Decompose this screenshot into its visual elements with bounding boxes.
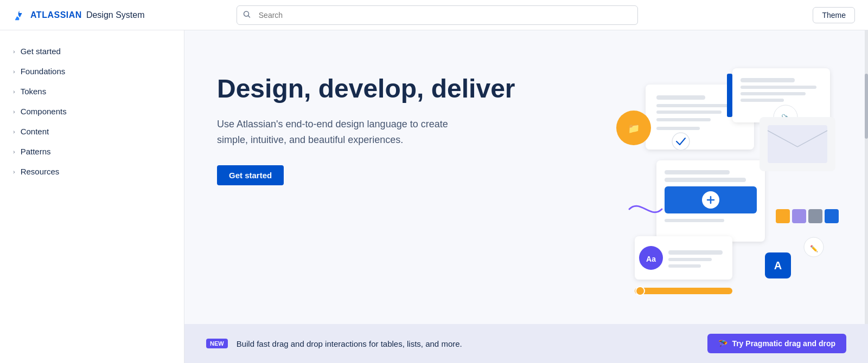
new-badge: NEW <box>206 339 228 348</box>
svg-rect-2 <box>656 95 705 100</box>
body-wrap: › Get started › Foundations › Tokens › C… <box>0 30 868 363</box>
sidebar-item-label-foundations: Foundations <box>21 67 66 76</box>
atlassian-logo-text: ATLASSIAN <box>30 10 82 20</box>
try-button-label: Try Pragmatic drag and drop <box>732 339 835 348</box>
svg-rect-27 <box>825 209 839 223</box>
sidebar-item-foundations[interactable]: › Foundations <box>0 61 184 81</box>
svg-rect-19 <box>665 170 730 174</box>
svg-rect-38 <box>635 288 732 294</box>
svg-rect-24 <box>776 209 790 223</box>
hero-title: Design, develop, deliver <box>217 74 532 103</box>
sidebar-item-label-get-started: Get started <box>21 47 61 56</box>
theme-button[interactable]: Theme <box>813 7 855 23</box>
svg-text:✏️: ✏️ <box>810 244 818 252</box>
illustration-svg: 📁 📎 <box>575 52 846 301</box>
svg-rect-12 <box>727 74 732 117</box>
sidebar-item-patterns[interactable]: › Patterns <box>0 141 184 161</box>
sidebar-item-components[interactable]: › Components <box>0 101 184 121</box>
chevron-icon-tokens: › <box>13 88 15 95</box>
search-input[interactable] <box>237 5 638 25</box>
design-system-subtitle: Design System <box>86 10 145 20</box>
svg-rect-6 <box>656 127 700 130</box>
header: ATLASSIAN Design System Theme <box>0 0 868 30</box>
svg-text:Aa: Aa <box>646 255 656 263</box>
banner-text: Build fast drag and drop interactions fo… <box>237 339 699 348</box>
svg-text:📁: 📁 <box>628 122 640 134</box>
sidebar-item-label-tokens: Tokens <box>21 87 47 96</box>
svg-rect-4 <box>656 111 722 114</box>
sidebar: › Get started › Foundations › Tokens › C… <box>0 30 184 363</box>
atlassian-logo-icon <box>13 9 26 22</box>
chevron-icon-content: › <box>13 128 15 135</box>
sidebar-item-resources[interactable]: › Resources <box>0 161 184 182</box>
search-bar <box>237 5 638 25</box>
sidebar-item-tokens[interactable]: › Tokens <box>0 81 184 101</box>
svg-rect-41 <box>768 125 827 163</box>
hero-section: Design, develop, deliver Use Atlassian's… <box>184 30 564 207</box>
get-started-button[interactable]: Get started <box>217 165 284 185</box>
svg-point-39 <box>636 287 644 295</box>
svg-rect-25 <box>792 209 806 223</box>
svg-rect-31 <box>668 250 723 255</box>
chevron-icon-foundations: › <box>13 68 15 75</box>
rocket-emoji-icon: 🪂 <box>718 339 727 348</box>
try-pragmatic-button[interactable]: 🪂 Try Pragmatic drag and drop <box>707 334 846 353</box>
svg-rect-20 <box>665 178 746 182</box>
search-icon <box>243 10 251 20</box>
chevron-icon-resources: › <box>13 168 15 175</box>
chevron-icon-patterns: › <box>13 148 15 155</box>
scrollbar-thumb[interactable] <box>865 74 868 139</box>
banner: NEW Build fast drag and drop interaction… <box>184 324 868 363</box>
svg-rect-32 <box>668 258 712 261</box>
sidebar-item-get-started[interactable]: › Get started <box>0 41 184 61</box>
chevron-icon-get-started: › <box>13 48 15 55</box>
svg-text:A: A <box>774 260 782 271</box>
svg-point-15 <box>672 133 690 150</box>
svg-rect-11 <box>741 99 784 102</box>
svg-rect-5 <box>656 118 711 121</box>
svg-rect-10 <box>741 92 806 95</box>
svg-rect-26 <box>808 209 822 223</box>
scrollbar-track <box>865 30 868 363</box>
sidebar-item-label-resources: Resources <box>21 167 60 176</box>
svg-rect-23 <box>665 219 724 222</box>
svg-rect-9 <box>741 86 816 89</box>
hero-illustration: 📁 📎 <box>575 52 846 301</box>
main-content: Design, develop, deliver Use Atlassian's… <box>184 30 868 363</box>
logo: ATLASSIAN Design System <box>13 9 144 22</box>
sidebar-item-label-components: Components <box>21 107 67 116</box>
sidebar-item-label-patterns: Patterns <box>21 147 51 156</box>
chevron-icon-components: › <box>13 108 15 115</box>
hero-description: Use Atlassian's end-to-end design langua… <box>217 116 477 148</box>
svg-rect-33 <box>668 264 701 268</box>
svg-rect-8 <box>741 78 795 82</box>
svg-rect-3 <box>656 104 732 107</box>
sidebar-item-label-content: Content <box>21 127 49 136</box>
sidebar-item-content[interactable]: › Content <box>0 121 184 141</box>
